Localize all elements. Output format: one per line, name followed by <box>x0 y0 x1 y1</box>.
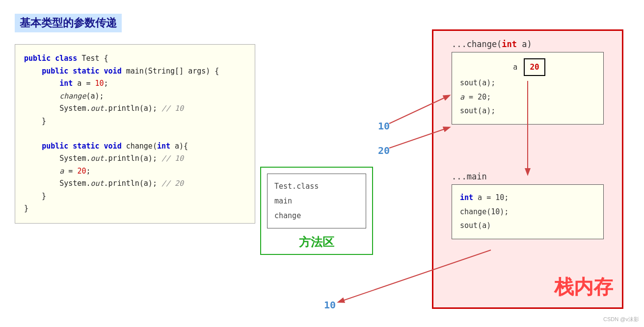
method-area-content: Test.class main change <box>267 174 366 228</box>
code-line-3: int a = 10; <box>24 77 246 90</box>
method-area-label: 方法区 <box>261 234 372 254</box>
code-line-12: } <box>24 190 246 203</box>
main-frame-title: ...main <box>452 172 604 181</box>
method-area: Test.class main change 方法区 <box>260 167 373 255</box>
code-line-10: a = 20; <box>24 165 246 178</box>
code-line-2: public static void main(String[] args) { <box>24 65 246 78</box>
code-line-8: public static void change(int a){ <box>24 140 246 153</box>
arrow-num-10-left: 10 <box>378 120 390 132</box>
main-int-a: int a = 10; <box>460 191 595 205</box>
page-title: 基本类型的参数传递 <box>15 14 122 32</box>
arrow-num-10-bottom: 10 <box>324 299 336 311</box>
code-line-1: public class Test { <box>24 52 246 65</box>
watermark: CSDN @v沫影 <box>603 316 639 323</box>
a-value-box: 20 <box>524 58 545 76</box>
code-line-6: } <box>24 115 246 128</box>
code-line-7 <box>24 127 246 140</box>
change-sout2: sout(a); <box>460 104 595 118</box>
main-change-call: change(10); <box>460 205 595 219</box>
code-line-5: System.out.println(a); // 10 <box>24 102 246 115</box>
code-line-4: change(a); <box>24 90 246 103</box>
change-sout1: sout(a); <box>460 76 595 90</box>
code-line-11: System.out.println(a); // 20 <box>24 177 246 190</box>
change-frame-box: a 20 sout(a); a = 20; sout(a); <box>452 52 604 125</box>
main-frame-box: int a = 10; change(10); sout(a) <box>452 184 604 239</box>
method-area-item-main: main <box>274 194 359 208</box>
arrow-num-20-left: 20 <box>378 145 390 156</box>
change-frame-a-row: a 20 <box>460 58 595 76</box>
code-line-9: System.out.println(a); // 10 <box>24 152 246 165</box>
method-area-item-testclass: Test.class <box>274 179 359 194</box>
code-panel: public class Test { public static void m… <box>15 44 255 224</box>
method-area-item-change: change <box>274 208 359 223</box>
stack-memory-label: 栈内存 <box>554 274 613 301</box>
change-frame: ...change(int a) a 20 sout(a); a = 20; s… <box>452 39 604 125</box>
main-frame: ...main int a = 10; change(10); sout(a) <box>452 172 604 239</box>
main-sout: sout(a) <box>460 219 595 233</box>
change-assign: a = 20; <box>460 90 595 104</box>
change-frame-title: ...change(int a) <box>452 39 604 49</box>
code-line-13: } <box>24 202 246 215</box>
